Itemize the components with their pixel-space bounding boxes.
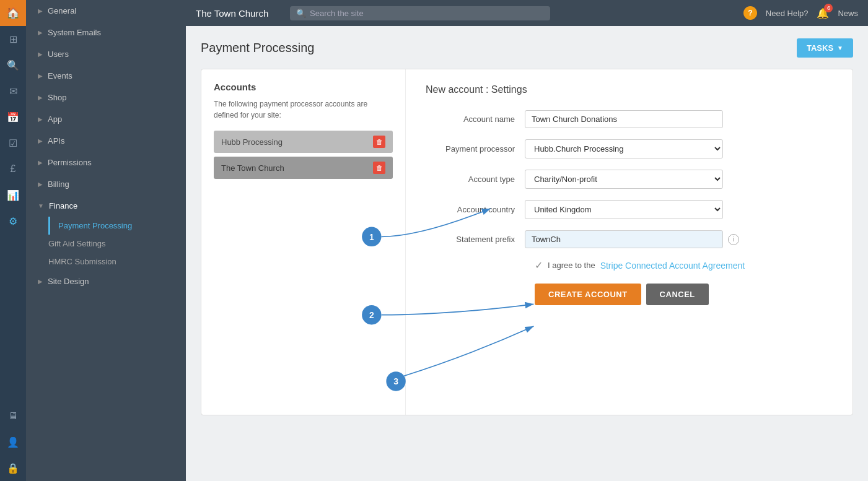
search-input[interactable] <box>310 9 544 18</box>
nav-dashboard[interactable]: ⊞ <box>0 26 26 52</box>
tasks-label: TASKS <box>807 43 833 53</box>
processor-select[interactable]: Hubb.Church Processing Stripe PayPal <box>525 139 723 158</box>
agree-row: ✓ I agree to the Stripe Connected Accoun… <box>535 259 833 271</box>
sidebar-item-permissions[interactable]: ▶ Permissions <box>26 152 186 173</box>
help-button[interactable]: ? <box>743 6 757 20</box>
sidebar-sub-label-gift: Gift Aid Settings <box>48 239 106 248</box>
info-icon[interactable]: i <box>728 234 739 245</box>
nav-check[interactable]: ☑ <box>0 130 26 156</box>
sidebar-item-general[interactable]: ▶ General <box>26 0 186 22</box>
chevron-right-icon-10: ▶ <box>38 278 43 285</box>
check-icon: ☑ <box>9 137 17 149</box>
account-type-select[interactable]: Charity/Non-profit Business Individual <box>525 170 723 189</box>
sidebar-sub-label-hmrc: HMRC Submission <box>48 257 116 266</box>
delete-town-button[interactable]: 🗑 <box>373 162 385 174</box>
checkmark-icon: ✓ <box>535 259 543 271</box>
account-label-hubb: Hubb Processing <box>221 137 283 147</box>
account-row-town[interactable]: The Town Church 🗑 <box>214 157 393 179</box>
sidebar-sub-label-payment: Payment Processing <box>58 221 132 230</box>
logo-icon: 🏠 <box>6 6 20 20</box>
sidebar-label-users: Users <box>48 50 69 59</box>
settings-panel: New account : Settings Account name Paym… <box>406 69 853 415</box>
icon-bar: 🏠 ⊞ 🔍 ✉ 📅 ☑ £ 📊 ⚙ 🖥 👤 🔒 <box>0 0 26 481</box>
accounts-description: The following payment processor accounts… <box>214 98 393 121</box>
new-account-heading: New account : Settings <box>426 84 833 95</box>
sidebar-label-site-design: Site Design <box>48 277 89 286</box>
nav-pound[interactable]: £ <box>0 156 26 182</box>
calendar-icon: 📅 <box>7 111 19 123</box>
accounts-heading: Accounts <box>214 82 393 92</box>
button-row: CREATE ACCOUNT CANCEL <box>535 284 833 305</box>
monitor-icon: 🖥 <box>8 410 18 422</box>
stripe-agreement-link[interactable]: Stripe Connected Account Agreement <box>600 261 745 271</box>
account-name-input[interactable] <box>525 110 723 128</box>
create-account-button[interactable]: CREATE ACCOUNT <box>535 284 641 305</box>
statement-prefix-row: Statement prefix i <box>426 230 833 248</box>
account-country-label: Account country <box>426 205 525 214</box>
sidebar-sub-hmrc[interactable]: HMRC Submission <box>48 253 186 271</box>
account-name-label: Account name <box>426 115 525 124</box>
tasks-button[interactable]: TASKS ▼ <box>797 38 853 58</box>
sidebar-item-app[interactable]: ▶ App <box>26 108 186 130</box>
account-country-select[interactable]: United Kingdom United States Canada Aust… <box>525 200 723 219</box>
chevron-right-icon: ▶ <box>38 7 43 14</box>
sidebar-item-apis[interactable]: ▶ APIs <box>26 130 186 152</box>
nav-chart[interactable]: 📊 <box>0 182 26 208</box>
settings-icon: ⚙ <box>9 215 17 227</box>
cancel-button[interactable]: CANCEL <box>646 284 709 305</box>
nav-settings[interactable]: ⚙ <box>0 208 26 234</box>
chart-icon: 📊 <box>7 189 19 201</box>
sidebar-sub-gift-aid[interactable]: Gift Aid Settings <box>48 235 186 253</box>
user-icon: 👤 <box>7 436 19 448</box>
nav-lock[interactable]: 🔒 <box>0 455 26 481</box>
pound-icon: £ <box>11 163 16 175</box>
dashboard-icon: ⊞ <box>9 33 17 45</box>
sidebar-item-system-emails[interactable]: ▶ System Emails <box>26 22 186 43</box>
sidebar-item-events[interactable]: ▶ Events <box>26 65 186 87</box>
chevron-right-icon-4: ▶ <box>38 72 43 79</box>
nav-mail[interactable]: ✉ <box>0 78 26 104</box>
sidebar-item-billing[interactable]: ▶ Billing <box>26 173 186 195</box>
tasks-caret-icon: ▼ <box>837 45 843 51</box>
sidebar-item-users[interactable]: ▶ Users <box>26 43 186 65</box>
nav-search[interactable]: 🔍 <box>0 52 26 78</box>
search-nav-icon: 🔍 <box>7 59 19 71</box>
chevron-down-icon: ▼ <box>38 202 44 209</box>
chevron-right-icon-6: ▶ <box>38 116 43 123</box>
page-header: Payment Processing TASKS ▼ <box>201 38 853 58</box>
main-card: Accounts The following payment processor… <box>201 69 853 415</box>
account-row-hubb[interactable]: Hubb Processing 🗑 <box>214 131 393 153</box>
sidebar: ▶ General ▶ System Emails ▶ Users ▶ Even… <box>26 0 186 481</box>
accounts-panel: Accounts The following payment processor… <box>201 69 406 415</box>
sidebar-label-events: Events <box>48 71 72 80</box>
page-title: Payment Processing <box>201 41 314 55</box>
topbar-right: ? Need Help? 🔔 6 News <box>743 6 858 20</box>
nav-calendar[interactable]: 📅 <box>0 104 26 130</box>
sidebar-label-app: App <box>48 115 62 124</box>
agree-text: I agree to the <box>548 261 595 270</box>
content: Payment Processing TASKS ▼ Accounts The … <box>186 26 868 481</box>
processor-row: Payment processor Hubb.Church Processing… <box>426 139 833 158</box>
sidebar-label-apis: APIs <box>48 136 64 145</box>
sidebar-item-finance[interactable]: ▼ Finance <box>26 195 186 217</box>
logo[interactable]: 🏠 <box>0 0 26 26</box>
news-link[interactable]: News <box>838 9 858 18</box>
sidebar-label-shop: Shop <box>48 93 66 102</box>
chevron-right-icon-2: ▶ <box>38 29 43 36</box>
chevron-right-icon-5: ▶ <box>38 94 43 101</box>
sidebar-label-permissions: Permissions <box>48 158 92 167</box>
notification-bell[interactable]: 🔔 6 <box>817 7 829 19</box>
account-country-row: Account country United Kingdom United St… <box>426 200 833 219</box>
main-wrap: The Town Church 🔍 ? Need Help? 🔔 6 News … <box>186 0 868 481</box>
sidebar-label-general: General <box>48 6 76 15</box>
sidebar-item-shop[interactable]: ▶ Shop <box>26 87 186 108</box>
topbar-title: The Town Church <box>196 8 283 19</box>
nav-monitor[interactable]: 🖥 <box>0 403 26 429</box>
nav-user[interactable]: 👤 <box>0 429 26 455</box>
sidebar-sub-payment-processing[interactable]: Payment Processing <box>48 217 186 235</box>
statement-prefix-input[interactable] <box>525 230 723 248</box>
sidebar-item-site-design[interactable]: ▶ Site Design <box>26 271 186 292</box>
chevron-right-icon-7: ▶ <box>38 137 43 144</box>
delete-hubb-button[interactable]: 🗑 <box>373 136 385 148</box>
sidebar-label-system-emails: System Emails <box>48 28 101 37</box>
